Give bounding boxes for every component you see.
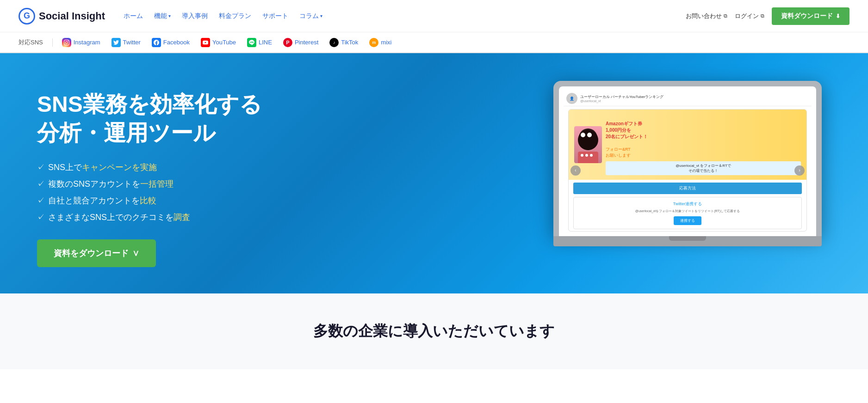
- logo-link[interactable]: Social Insight: [19, 8, 105, 24]
- twitter-connect-box: Twitter連携する @userlocal_vtをフォロー＆対象ツイートをリツ…: [573, 197, 802, 229]
- chevron-down-icon-2: ▾: [320, 13, 322, 18]
- header-right: お問い合わせ ⧉ ログイン ⧉ 資料ダウンロード ⬇: [686, 7, 849, 25]
- pinterest-icon: P: [283, 38, 292, 47]
- check-icon-1: ✓: [37, 163, 44, 171]
- check-icon-4: ✓: [37, 213, 44, 221]
- hero-section: SNS業務を効率化する 分析・運用ツール ✓ SNS上でキャンペーンを実施 ✓ …: [0, 53, 868, 293]
- logo-text: Social Insight: [39, 10, 105, 22]
- download-icon: ⬇: [836, 13, 840, 19]
- chevron-down-icon-hero: ∨: [132, 248, 139, 259]
- campaign-card: Amazonギフト券 1,000円分を 20名にプレゼント！ フォロー&RT お…: [568, 109, 807, 232]
- apply-button[interactable]: 応募方法: [573, 183, 802, 194]
- campaign-character: [574, 126, 602, 163]
- line-icon: [247, 38, 256, 47]
- sns-item-youtube[interactable]: YouTube: [201, 38, 236, 47]
- download-cta-button[interactable]: 資料ダウンロード ⬇: [772, 7, 849, 25]
- main-header: Social Insight ホーム 機能 ▾ 導入事例 料金プラン サポート …: [0, 0, 868, 32]
- hero-feature-2: ✓ 複数のSNSアカウントを一括管理: [37, 178, 315, 189]
- hero-content: SNS業務を効率化する 分析・運用ツール ✓ SNS上でキャンペーンを実施 ✓ …: [37, 81, 315, 267]
- nav-item-pricing[interactable]: 料金プラン: [219, 12, 251, 20]
- screen-title-block: ユーザーローカル バーチャルYouTuberランキング @userlocal_v…: [580, 94, 663, 103]
- nav-item-features[interactable]: 機能 ▾: [154, 12, 171, 20]
- check-icon-2: ✓: [37, 180, 44, 188]
- campaign-banner: Amazonギフト券 1,000円分を 20名にプレゼント！ フォロー&RT お…: [569, 110, 806, 180]
- mixi-icon: m: [369, 38, 378, 47]
- external-icon: ⧉: [724, 13, 727, 19]
- inquiry-link[interactable]: お問い合わせ ⧉: [686, 12, 727, 20]
- campaign-text-area: Amazonギフト券 1,000円分を 20名にプレゼント！ フォロー&RT お…: [606, 114, 801, 175]
- laptop-base: [553, 236, 822, 246]
- hero-title: SNS業務を効率化する 分析・運用ツール: [37, 90, 315, 148]
- header-left: Social Insight ホーム 機能 ▾ 導入事例 料金プラン サポート …: [19, 8, 322, 24]
- twitter-connect-button[interactable]: 連携する: [674, 216, 701, 225]
- facebook-icon: [152, 38, 161, 47]
- screen-header: 👤 ユーザーローカル バーチャルYouTuberランキング @userlocal…: [564, 91, 812, 106]
- sns-item-twitter[interactable]: Twitter: [112, 38, 141, 47]
- screen-content: 👤 ユーザーローカル バーチャルYouTuberランキング @userlocal…: [559, 86, 816, 236]
- laptop-screen: 👤 ユーザーローカル バーチャルYouTuberランキング @userlocal…: [559, 86, 816, 236]
- hero-features-list: ✓ SNS上でキャンペーンを実施 ✓ 複数のSNSアカウントを一括管理 ✓ 自社…: [37, 162, 315, 223]
- login-link[interactable]: ログイン ⧉: [735, 12, 764, 20]
- nav-item-support[interactable]: サポート: [262, 12, 288, 20]
- tiktok-icon: ♪: [329, 38, 339, 47]
- check-icon-3: ✓: [37, 196, 44, 205]
- screen-avatar: 👤: [566, 93, 577, 104]
- hero-download-button[interactable]: 資料をダウンロード ∨: [37, 239, 156, 267]
- sns-item-line[interactable]: LINE: [247, 38, 272, 47]
- bottom-section: 多数の企業に導入いただいています: [0, 293, 868, 369]
- chevron-down-icon: ▾: [168, 13, 171, 18]
- sns-item-instagram[interactable]: Instagram: [62, 38, 100, 47]
- external-icon-2: ⧉: [761, 13, 764, 19]
- youtube-icon: [201, 38, 210, 47]
- hero-feature-4: ✓ さまざまなSNS上でのクチコミを調査: [37, 212, 315, 223]
- next-arrow-button[interactable]: ›: [794, 165, 805, 176]
- sns-item-mixi[interactable]: m mixi: [369, 38, 391, 47]
- sns-bar-label: 対応SNS: [19, 38, 53, 47]
- twitter-icon: [112, 38, 121, 47]
- hero-feature-3: ✓ 自社と競合アカウントを比較: [37, 195, 315, 206]
- instagram-icon: [62, 38, 71, 47]
- main-nav: ホーム 機能 ▾ 導入事例 料金プラン サポート コラム ▾: [124, 12, 322, 20]
- nav-item-cases[interactable]: 導入事例: [182, 12, 208, 20]
- sns-item-facebook[interactable]: Facebook: [152, 38, 190, 47]
- hero-feature-1: ✓ SNS上でキャンペーンを実施: [37, 162, 315, 173]
- sns-item-pinterest[interactable]: P Pinterest: [283, 38, 318, 47]
- laptop-mockup: 👤 ユーザーローカル バーチャルYouTuberランキング @userlocal…: [553, 81, 822, 246]
- bottom-title: 多数の企業に導入いただいています: [19, 321, 849, 342]
- logo-icon: [19, 8, 35, 24]
- hero-image-area: 👤 ユーザーローカル バーチャルYouTuberランキング @userlocal…: [526, 81, 849, 242]
- nav-item-home[interactable]: ホーム: [124, 12, 143, 20]
- laptop-outer: 👤 ユーザーローカル バーチャルYouTuberランキング @userlocal…: [553, 81, 822, 236]
- nav-item-column[interactable]: コラム ▾: [299, 12, 322, 20]
- sns-nav-bar: 対応SNS Instagram Twitter Facebook YouTube: [0, 32, 868, 53]
- sns-item-tiktok[interactable]: ♪ TikTok: [329, 38, 358, 47]
- sns-items-list: Instagram Twitter Facebook YouTube LINE: [62, 38, 392, 47]
- prev-arrow-button[interactable]: ‹: [570, 165, 581, 176]
